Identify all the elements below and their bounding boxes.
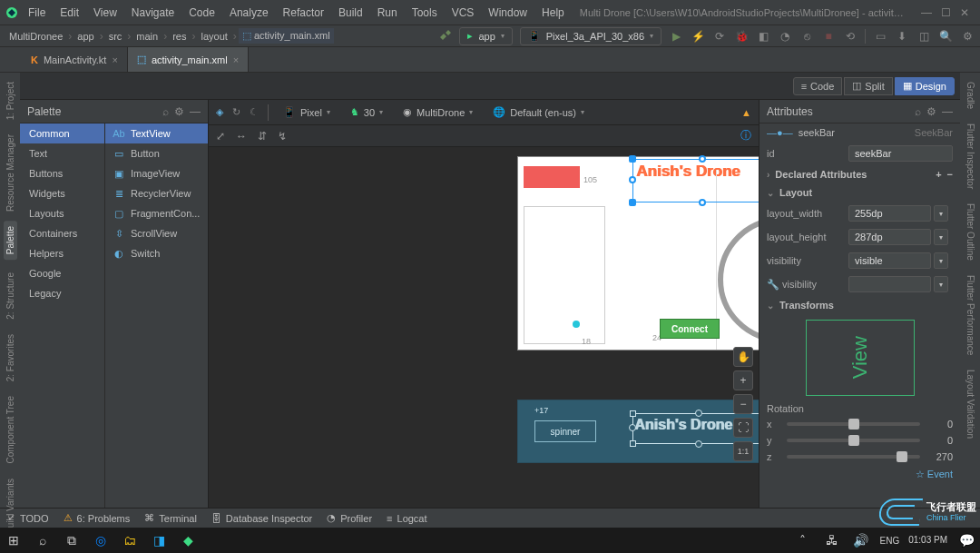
mode-code[interactable]: ≡Code [793, 77, 843, 95]
mode-split[interactable]: ◫Split [844, 77, 892, 95]
menu-window[interactable]: Window [482, 4, 534, 22]
palette-cat-legacy[interactable]: Legacy [20, 283, 104, 303]
dropdown-icon[interactable]: ▾ [934, 205, 948, 222]
attr-transforms-head[interactable]: ⌄ Transforms [760, 296, 960, 314]
design-surface[interactable]: 🔧 105 Anish's Drone put ip here! 24 18 [209, 147, 759, 508]
menu-vcs[interactable]: VCS [446, 4, 481, 22]
rail-component-tree[interactable]: Component Tree [4, 390, 17, 469]
palette-cat-containers[interactable]: Containers [20, 223, 104, 243]
palette-item-recyclerview[interactable]: ≣RecyclerView [105, 183, 208, 203]
vscode-icon[interactable]: ◨ [149, 530, 169, 550]
constraint-dot[interactable] [573, 321, 580, 328]
design-connect-button[interactable]: Connect [660, 319, 720, 339]
design-canа[interactable]: 105 Anish's Drone put ip here! 24 18 Con… [517, 156, 759, 351]
hide-panel-icon[interactable]: — [942, 105, 953, 118]
notifications-icon[interactable]: 💬 [956, 530, 976, 550]
attach-icon[interactable]: ⎋ [799, 29, 814, 44]
menu-tools[interactable]: Tools [406, 4, 444, 22]
crumb-project[interactable]: MultiDronee [5, 29, 66, 44]
rail-flutter-outline[interactable]: Flutter Outline [964, 198, 977, 266]
handle-left[interactable] [629, 176, 636, 183]
crumb-file[interactable]: ⬚ activity_main.xml [239, 28, 334, 44]
rail-favorites[interactable]: 2: Favorites [4, 329, 17, 387]
zoom-in-icon[interactable]: + [733, 370, 753, 390]
palette-item-scrollview[interactable]: ⇳ScrollView [105, 223, 208, 243]
dropdown-icon[interactable]: ▾ [934, 252, 948, 269]
design-red-block[interactable] [524, 166, 580, 188]
crumb-res[interactable]: res [169, 29, 190, 44]
bp-handle-top[interactable] [695, 410, 702, 417]
dropdown-icon[interactable]: ▾ [934, 229, 948, 245]
settings-icon[interactable]: ⚙ [960, 29, 975, 44]
rail-resource-manager[interactable]: Resource Manager [4, 129, 17, 217]
search-icon[interactable]: ⌕ [162, 105, 169, 118]
palette-item-textview[interactable]: AbTextView [105, 123, 208, 143]
blueprint-canvas[interactable]: +17 spinner Anish's Drone EditText [517, 400, 759, 463]
warnings-icon[interactable]: ▲ [741, 107, 751, 118]
search-icon[interactable]: ⌕ [915, 105, 921, 118]
palette-cat-buttons[interactable]: Buttons [20, 163, 104, 183]
tw-profiler[interactable]: ◔Profiler [327, 512, 372, 524]
device-selector[interactable]: 📱Pixel_3a_API_30_x86▾ [520, 27, 662, 45]
palette-cat-google[interactable]: Google [20, 263, 104, 283]
rail-flutter-performance[interactable]: Flutter Performance [964, 270, 977, 360]
menu-navigate[interactable]: Navigate [125, 4, 181, 22]
attr-id-input[interactable]: seekBar [848, 145, 953, 162]
events-link[interactable]: ☆ Event [760, 465, 960, 484]
selection-box[interactable] [632, 159, 759, 202]
theme-pill[interactable]: ◉MultiDrone▾ [397, 104, 478, 122]
crumb-app[interactable]: app [74, 29, 97, 44]
palette-cat-common[interactable]: Common [20, 123, 104, 143]
tw-problems[interactable]: ⚠6: Problems [64, 512, 131, 524]
rail-gradle[interactable]: Gradle [964, 76, 977, 114]
profile-icon[interactable]: ◔ [778, 29, 792, 44]
menu-analyze[interactable]: Analyze [223, 4, 275, 22]
menu-code[interactable]: Code [182, 4, 221, 22]
rotation-z-slider[interactable] [787, 455, 920, 459]
palette-item-imageview[interactable]: ▣ImageView [105, 163, 208, 183]
debug-icon[interactable]: 🐞 [734, 29, 749, 44]
guidelines-icon[interactable]: ↯ [278, 130, 287, 143]
attr-layout-head[interactable]: ⌄ Layout [760, 183, 960, 202]
mode-design[interactable]: ▦Design [895, 77, 955, 95]
menu-help[interactable]: Help [535, 4, 571, 22]
handle-bottom[interactable] [699, 199, 706, 206]
bp-corner-bl[interactable] [630, 440, 636, 447]
align-tool-icon[interactable]: ⇵ [258, 130, 267, 143]
menu-build[interactable]: Build [332, 4, 369, 22]
design-left-area[interactable] [524, 206, 605, 344]
rail-structure[interactable]: 2: Structure [4, 267, 17, 325]
device-pill[interactable]: 📱Pixel▾ [278, 104, 336, 122]
maximize-icon[interactable]: ☐ [941, 6, 951, 19]
rail-palette[interactable]: Palette [4, 221, 17, 260]
start-menu-icon[interactable]: ⊞ [4, 530, 24, 550]
coverage-icon[interactable]: ◧ [756, 29, 770, 44]
crumb-main[interactable]: main [132, 29, 162, 44]
android-studio-icon[interactable]: ◆ [178, 530, 198, 550]
crumb-src[interactable]: src [105, 29, 126, 44]
palette-cat-text[interactable]: Text [20, 143, 104, 163]
edge-icon[interactable]: ◎ [91, 530, 111, 550]
palette-cat-widgets[interactable]: Widgets [20, 183, 104, 203]
run-config-selector[interactable]: ▸app▾ [459, 27, 512, 45]
palette-item-switch[interactable]: ◐Switch [105, 243, 208, 263]
tw-terminal[interactable]: ⌘Terminal [144, 512, 197, 524]
clock[interactable]: 01:03 PM [908, 536, 947, 545]
menu-view[interactable]: View [87, 4, 123, 22]
pan-tool-icon[interactable]: ↔ [236, 130, 247, 143]
api-pill[interactable]: ♞30▾ [345, 104, 388, 122]
design-surface-icon[interactable]: ◈ [216, 106, 223, 118]
bp-handle-left[interactable] [629, 424, 636, 431]
corner-tl[interactable] [629, 155, 636, 163]
crumb-layout[interactable]: layout [197, 29, 230, 44]
hide-panel-icon[interactable]: — [190, 105, 201, 118]
tools-visibility-select[interactable]: ▾ [848, 276, 931, 292]
palette-item-fragment[interactable]: ▢FragmentCon... [105, 203, 208, 223]
apply-code-icon[interactable]: ⟳ [712, 29, 727, 44]
night-mode-icon[interactable]: ☾ [250, 106, 259, 118]
remove-attr-icon[interactable]: − [947, 169, 953, 180]
menu-refactor[interactable]: Refactor [277, 4, 330, 22]
explorer-icon[interactable]: 🗂 [120, 530, 140, 550]
design-circle-outer[interactable] [718, 217, 759, 342]
task-view-icon[interactable]: ⧉ [62, 530, 82, 550]
